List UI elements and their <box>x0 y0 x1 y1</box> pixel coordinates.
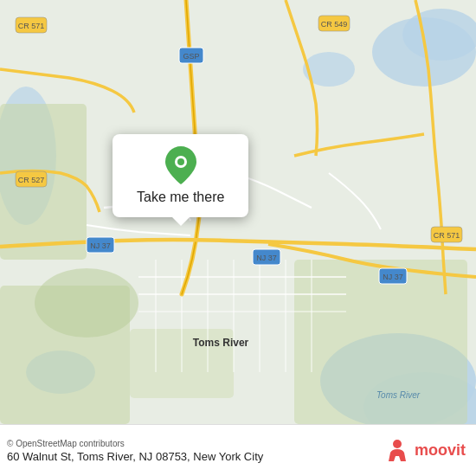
svg-text:CR 549: CR 549 <box>321 20 348 29</box>
map-container: CR 571 CR 549 CR 527 GSP NJ 37 NJ 37 NJ … <box>0 0 476 424</box>
svg-point-43 <box>177 158 184 165</box>
moovit-icon <box>383 437 411 465</box>
svg-text:NJ 37: NJ 37 <box>383 273 403 281</box>
svg-text:CR 571: CR 571 <box>18 22 45 30</box>
svg-point-44 <box>393 440 402 448</box>
svg-text:NJ 37: NJ 37 <box>90 241 111 250</box>
location-pin-icon <box>165 146 196 184</box>
svg-text:CR 571: CR 571 <box>434 231 460 240</box>
svg-point-11 <box>35 268 138 338</box>
popup-card: Take me there <box>113 134 248 217</box>
footer: © OpenStreetMap contributors 60 Walnut S… <box>0 424 476 476</box>
svg-text:NJ 37: NJ 37 <box>256 254 277 262</box>
svg-text:Toms River: Toms River <box>376 390 421 400</box>
map-popup: Take me there <box>113 134 248 217</box>
footer-info: © OpenStreetMap contributors 60 Walnut S… <box>7 439 263 463</box>
svg-text:CR 527: CR 527 <box>18 176 45 184</box>
osm-attribution: © OpenStreetMap contributors <box>7 439 263 448</box>
address-label: 60 Walnut St, Toms River, NJ 08753, New … <box>7 450 263 463</box>
moovit-brand-label: moovit <box>415 441 466 460</box>
svg-text:Toms River: Toms River <box>193 337 249 349</box>
take-me-there-button[interactable]: Take me there <box>137 190 224 205</box>
svg-text:GSP: GSP <box>183 52 199 61</box>
moovit-logo: moovit <box>383 437 466 465</box>
